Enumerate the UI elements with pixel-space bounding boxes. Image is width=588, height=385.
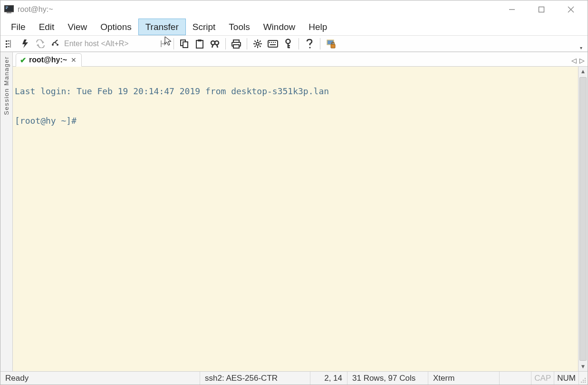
close-button[interactable]: [556, 0, 586, 19]
menu-view[interactable]: View: [61, 19, 94, 35]
session-manager-panel-tab[interactable]: Session Manager: [0, 52, 13, 371]
terminal[interactable]: Last login: Tue Feb 19 20:14:47 2019 fro…: [13, 67, 578, 371]
svg-point-20: [57, 44, 58, 46]
menu-script[interactable]: Script: [186, 19, 222, 35]
menu-help[interactable]: Help: [302, 19, 334, 35]
tab-nav: ◁ ▷: [571, 57, 585, 66]
settings-gear-icon[interactable]: [251, 37, 264, 50]
svg-rect-25: [196, 40, 203, 48]
svg-rect-43: [268, 40, 278, 47]
svg-rect-58: [583, 380, 584, 381]
svg-marker-17: [42, 41, 44, 44]
svg-line-40: [260, 46, 261, 47]
svg-marker-16: [22, 39, 28, 48]
scroll-up-icon[interactable]: ▲: [578, 67, 588, 76]
terminal-line: Last login: Tue Feb 19 20:14:47 2019 fro…: [15, 87, 576, 96]
svg-rect-57: [585, 378, 586, 379]
svg-rect-9: [6, 40, 7, 42]
svg-rect-59: [585, 380, 586, 381]
menubar: File Edit View Options Transfer Script T…: [0, 19, 588, 36]
reconnect-icon[interactable]: [34, 37, 47, 50]
scroll-thumb[interactable]: [579, 77, 587, 361]
status-size: 31 Rows, 97 Cols: [347, 372, 428, 385]
titlebar: root@hy:~: [0, 0, 588, 19]
svg-rect-45: [271, 42, 272, 43]
key-icon[interactable]: [281, 37, 295, 50]
content-area: ✔ root@hy:~ ✕ ◁ ▷ Last login: Tue Feb 19…: [13, 52, 588, 371]
svg-rect-56: [331, 44, 335, 48]
resize-grip-icon[interactable]: [579, 372, 588, 385]
status-cursor-pos: 2, 14: [310, 372, 347, 385]
svg-rect-24: [183, 42, 188, 48]
minimize-button[interactable]: [497, 0, 527, 19]
vertical-scrollbar[interactable]: ▲ ▼: [578, 67, 588, 371]
scroll-down-icon[interactable]: ▼: [578, 362, 588, 371]
status-ready: Ready: [0, 372, 200, 385]
svg-point-19: [52, 44, 54, 46]
connect-go-icon[interactable]: [156, 37, 170, 50]
svg-rect-33: [233, 45, 239, 48]
find-icon[interactable]: [208, 37, 222, 50]
menu-options[interactable]: Options: [94, 19, 138, 35]
print-icon[interactable]: [230, 37, 243, 50]
svg-rect-2: [6, 7, 8, 8]
svg-rect-61: [583, 382, 584, 383]
menu-tools[interactable]: Tools: [222, 19, 256, 35]
svg-marker-22: [164, 42, 167, 46]
svg-rect-62: [585, 382, 586, 383]
svg-marker-18: [37, 44, 39, 47]
tab-next-icon[interactable]: ▷: [579, 57, 585, 64]
svg-rect-11: [6, 46, 7, 48]
main-area: Session Manager ✔ root@hy:~ ✕ ◁ ▷ Last l…: [0, 52, 588, 371]
paste-icon[interactable]: [193, 37, 206, 50]
svg-line-21: [55, 40, 58, 42]
svg-rect-48: [270, 44, 276, 45]
svg-rect-3: [6, 8, 7, 9]
terminal-wrapper: Last login: Tue Feb 19 20:14:47 2019 fro…: [13, 67, 588, 371]
status-num: NUM: [554, 372, 579, 385]
session-tab-row: ✔ root@hy:~ ✕ ◁ ▷: [13, 52, 588, 67]
window-controls: [497, 0, 586, 19]
svg-rect-46: [273, 42, 274, 43]
menu-window[interactable]: Window: [257, 19, 302, 35]
status-cap: CAP: [531, 372, 554, 385]
svg-rect-47: [275, 42, 276, 43]
svg-rect-4: [7, 12, 11, 13]
svg-rect-10: [6, 43, 7, 45]
session-manager-toggle-icon[interactable]: [3, 37, 17, 50]
help-icon[interactable]: [303, 37, 316, 50]
svg-rect-44: [269, 42, 270, 43]
maximize-button[interactable]: [527, 0, 556, 19]
menu-transfer[interactable]: Transfer: [138, 19, 186, 35]
svg-point-53: [309, 47, 310, 48]
terminal-line: [root@hy ~]#: [15, 115, 576, 125]
tab-prev-icon[interactable]: ◁: [571, 57, 577, 64]
menu-file[interactable]: File: [4, 19, 32, 35]
session-tab-close-icon[interactable]: ✕: [70, 56, 77, 64]
session-tab-active[interactable]: ✔ root@hy:~ ✕: [16, 53, 82, 67]
svg-line-39: [255, 40, 256, 42]
svg-rect-60: [581, 382, 582, 383]
app-icon: [4, 5, 14, 14]
window-title: root@hy:~: [18, 5, 53, 14]
svg-line-42: [260, 40, 261, 42]
svg-rect-26: [198, 39, 202, 41]
status-term-type: Xterm: [428, 372, 500, 385]
svg-point-34: [256, 42, 259, 45]
toolbar-overflow-icon[interactable]: ▾: [577, 37, 585, 50]
keyboard-icon[interactable]: [266, 37, 280, 50]
host-input[interactable]: [64, 38, 154, 49]
quick-connect-icon[interactable]: [19, 37, 32, 50]
svg-point-28: [215, 41, 219, 45]
disconnect-icon[interactable]: [49, 37, 62, 50]
svg-line-41: [255, 46, 256, 47]
svg-point-49: [286, 39, 290, 43]
toolbar: ▾: [0, 36, 588, 52]
session-tab-label: root@hy:~: [29, 56, 67, 64]
svg-rect-6: [539, 7, 544, 12]
copy-icon[interactable]: [178, 37, 191, 50]
connected-check-icon: ✔: [20, 56, 26, 65]
lock-session-icon[interactable]: [324, 37, 337, 50]
menu-edit[interactable]: Edit: [32, 19, 61, 35]
status-filler: [500, 372, 531, 385]
